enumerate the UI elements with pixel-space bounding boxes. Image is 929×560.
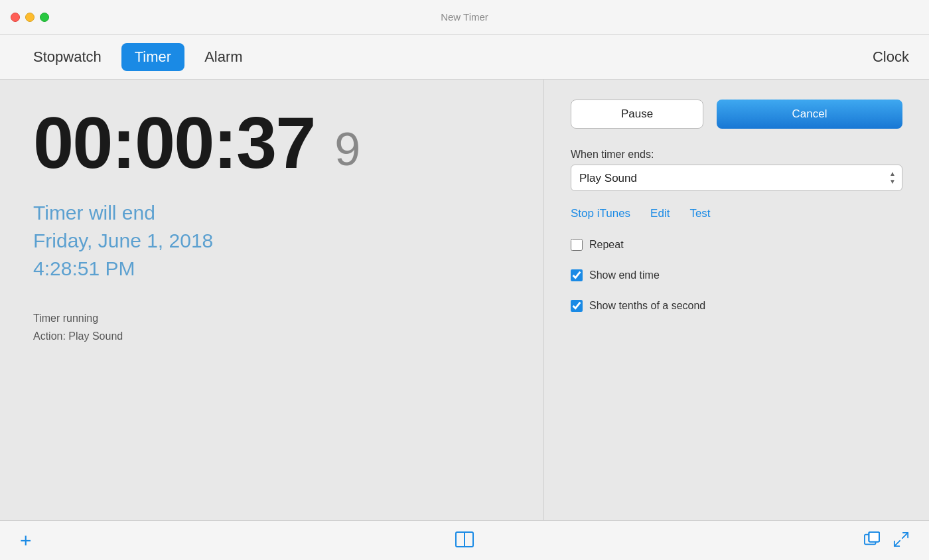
end-time-info: Timer will end Friday, June 1, 2018 4:28…: [33, 199, 510, 283]
show-end-time-label: Show end time: [589, 269, 660, 281]
svg-rect-3: [869, 531, 879, 541]
action-select-wrapper: Play Sound Speak Open File Run Script No…: [571, 165, 902, 191]
split-panel-icon: [455, 531, 474, 547]
svg-line-5: [902, 532, 908, 537]
main-content: 00:00:37 9 Timer will end Friday, June 1…: [0, 80, 929, 520]
resize-icon: [864, 531, 880, 547]
show-end-time-checkbox[interactable]: [571, 269, 583, 281]
repeat-row: Repeat: [571, 239, 902, 251]
status-info: Timer running Action: Play Sound: [33, 309, 510, 345]
window-title: New Timer: [441, 11, 488, 23]
tab-clock[interactable]: Clock: [873, 48, 909, 66]
tab-group: Stopwatch Timer Alarm: [20, 43, 256, 71]
add-timer-button[interactable]: +: [20, 531, 32, 551]
close-button[interactable]: [11, 13, 20, 22]
show-end-time-row: Show end time: [571, 269, 902, 281]
split-panel-button[interactable]: [455, 531, 474, 550]
expand-icon: [893, 531, 909, 547]
end-time-label2: Friday, June 1, 2018: [33, 227, 510, 255]
edit-link[interactable]: Edit: [650, 207, 670, 220]
repeat-label: Repeat: [589, 239, 624, 251]
show-tenths-label: Show tenths of a second: [589, 300, 705, 312]
resize-button[interactable]: [864, 531, 880, 550]
stop-itunes-link[interactable]: Stop iTunes: [571, 207, 630, 220]
show-tenths-row: Show tenths of a second: [571, 300, 902, 312]
test-link[interactable]: Test: [689, 207, 710, 220]
timer-display-row: 00:00:37 9: [33, 106, 510, 179]
svg-line-6: [894, 540, 900, 545]
maximize-button[interactable]: [40, 13, 49, 22]
expand-button[interactable]: [893, 531, 909, 550]
control-buttons: Pause Cancel: [571, 100, 902, 129]
when-timer-ends-section: When timer ends: Play Sound Speak Open F…: [571, 149, 902, 191]
right-panel: Pause Cancel When timer ends: Play Sound…: [544, 80, 929, 520]
tab-alarm[interactable]: Alarm: [191, 43, 255, 71]
status-line1: Timer running: [33, 309, 510, 327]
timer-display: 00:00:37: [33, 106, 315, 179]
end-time-label3: 4:28:51 PM: [33, 255, 510, 283]
timer-tenths: 9: [334, 126, 360, 173]
left-panel: 00:00:37 9 Timer will end Friday, June 1…: [0, 80, 544, 520]
repeat-checkbox[interactable]: [571, 239, 583, 251]
traffic-lights: [11, 13, 49, 22]
tab-timer[interactable]: Timer: [121, 43, 184, 71]
cancel-button[interactable]: Cancel: [717, 100, 902, 129]
status-line2: Action: Play Sound: [33, 327, 510, 345]
when-timer-label: When timer ends:: [571, 149, 902, 161]
action-links: Stop iTunes Edit Test: [571, 207, 902, 220]
bottom-right-icons: [864, 531, 909, 550]
pause-button[interactable]: Pause: [571, 100, 703, 129]
action-select[interactable]: Play Sound Speak Open File Run Script No…: [571, 165, 902, 191]
minimize-button[interactable]: [25, 13, 35, 22]
title-bar: New Timer: [0, 0, 929, 35]
bottom-bar: +: [0, 520, 929, 560]
show-tenths-checkbox[interactable]: [571, 300, 583, 312]
tab-stopwatch[interactable]: Stopwatch: [20, 43, 115, 71]
end-time-label1: Timer will end: [33, 199, 510, 227]
tab-bar: Stopwatch Timer Alarm Clock: [0, 35, 929, 80]
